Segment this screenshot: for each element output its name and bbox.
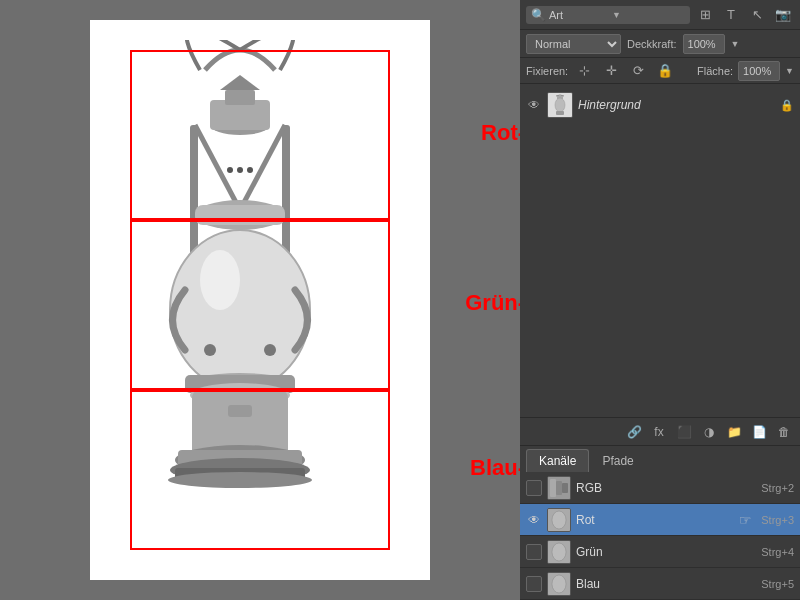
channel-name-gruen: Grün xyxy=(576,545,756,559)
channel-thumb-blau xyxy=(547,572,571,596)
channel-row-rot[interactable]: 👁 Rot ☞ Strg+3 xyxy=(520,504,800,536)
icon-bar: 🔗 fx ⬛ ◑ 📁 📄 🗑 xyxy=(520,418,800,446)
svg-rect-33 xyxy=(556,481,562,495)
adjustment-icon-btn[interactable]: ◑ xyxy=(699,422,719,442)
svg-rect-32 xyxy=(550,479,556,497)
layer-lock-icon: 🔒 xyxy=(780,99,794,112)
chevron-deckkraft: ▼ xyxy=(731,39,740,49)
folder-icon-btn[interactable]: 📁 xyxy=(724,422,744,442)
cursor-icon[interactable]: ↖ xyxy=(746,4,768,26)
channel-row-blau[interactable]: Blau Strg+5 xyxy=(520,568,800,600)
blend-mode-row: Normal Multiplizieren Bildschirm Deckkra… xyxy=(520,30,800,58)
mask-icon-btn[interactable]: ⬛ xyxy=(674,422,694,442)
channel-shortcut-blau: Strg+5 xyxy=(761,578,794,590)
layer-name: Hintergrund xyxy=(578,98,775,112)
search-input[interactable] xyxy=(549,9,609,21)
deckkraft-input[interactable] xyxy=(683,34,725,54)
channels-list: RGB Strg+2 👁 Rot ☞ Strg+3 xyxy=(520,472,800,600)
channel-row-gruen[interactable]: Grün Strg+4 xyxy=(520,536,800,568)
tab-pfade[interactable]: Pfade xyxy=(589,449,646,472)
channel-thumb-rot xyxy=(547,508,571,532)
rot-kanal-label: Rot-Kanal xyxy=(481,120,520,146)
layer-eye-icon[interactable]: 👁 xyxy=(526,97,542,113)
toolbar-top: 🔍 ▼ ⊞ T ↖ 📷 xyxy=(520,0,800,30)
svg-point-40 xyxy=(552,575,566,593)
svg-point-29 xyxy=(555,98,565,112)
fixieren-label: Fixieren: xyxy=(526,65,568,77)
fx-icon-btn[interactable]: fx xyxy=(649,422,669,442)
channel-thumb-gruen xyxy=(547,540,571,564)
new-layer-icon-btn[interactable]: 📄 xyxy=(749,422,769,442)
canvas-background: Rot-Kanal Grün-Kanal Blau-Kanal xyxy=(90,20,430,580)
chevron-down-icon: ▼ xyxy=(612,10,621,20)
layer-thumbnail xyxy=(547,92,573,118)
svg-point-38 xyxy=(552,543,566,561)
channel-check-gruen[interactable] xyxy=(526,544,542,560)
camera-icon[interactable]: 📷 xyxy=(772,4,794,26)
channel-row-rgb[interactable]: RGB Strg+2 xyxy=(520,472,800,504)
canvas-area: Rot-Kanal Grün-Kanal Blau-Kanal xyxy=(0,0,520,600)
search-icon: 🔍 xyxy=(531,8,546,22)
search-box[interactable]: 🔍 ▼ xyxy=(526,6,690,24)
channel-shortcut-rot: Strg+3 xyxy=(761,514,794,526)
channel-thumb-rgb xyxy=(547,476,571,500)
channel-shortcut-rgb: Strg+2 xyxy=(761,482,794,494)
fix-row: Fixieren: ⊹ ✛ ⟳ 🔒 Fläche: ▼ xyxy=(520,58,800,84)
channel-name-rgb: RGB xyxy=(576,481,756,495)
chevron-flache: ▼ xyxy=(785,66,794,76)
text-icon[interactable]: T xyxy=(720,4,742,26)
red-box-mid xyxy=(130,220,390,390)
channel-check-rgb[interactable] xyxy=(526,480,542,496)
flache-label: Fläche: xyxy=(697,65,733,77)
trash-icon-btn[interactable]: 🗑 xyxy=(774,422,794,442)
link-icon-btn[interactable]: 🔗 xyxy=(624,422,644,442)
bottom-section: 🔗 fx ⬛ ◑ 📁 📄 🗑 Kanäle Pfade xyxy=(520,417,800,600)
blend-mode-dropdown[interactable]: Normal Multiplizieren Bildschirm xyxy=(526,34,621,54)
grid-icon[interactable]: ⊞ xyxy=(694,4,716,26)
svg-point-36 xyxy=(552,511,566,529)
channel-name-blau: Blau xyxy=(576,577,756,591)
flache-input[interactable] xyxy=(738,61,780,81)
channel-name-rot: Rot xyxy=(576,513,734,527)
fix-lock-icon[interactable]: 🔒 xyxy=(654,60,676,82)
tab-kanale[interactable]: Kanäle xyxy=(526,449,589,472)
channel-eye-rot[interactable]: 👁 xyxy=(526,512,542,528)
lantern-container: Rot-Kanal Grün-Kanal Blau-Kanal xyxy=(110,40,410,560)
right-panel: 🔍 ▼ ⊞ T ↖ 📷 Normal Multiplizieren Bildsc… xyxy=(520,0,800,600)
cursor-hover-icon: ☞ xyxy=(739,512,752,528)
channel-check-blau[interactable] xyxy=(526,576,542,592)
layers-area: 👁 Hintergrund 🔒 xyxy=(520,84,800,417)
svg-rect-30 xyxy=(556,111,564,115)
red-box-bot xyxy=(130,390,390,550)
fx-label: fx xyxy=(654,425,663,439)
fix-rotate-icon[interactable]: ⟳ xyxy=(627,60,649,82)
blau-kanal-label: Blau-Kanal xyxy=(470,455,520,481)
tabs-row: Kanäle Pfade xyxy=(520,446,800,472)
fix-move-icon[interactable]: ✛ xyxy=(600,60,622,82)
gruen-kanal-label: Grün-Kanal xyxy=(465,290,520,316)
deckkraft-label: Deckkraft: xyxy=(627,38,677,50)
red-box-top xyxy=(130,50,390,220)
fix-pos-icon[interactable]: ⊹ xyxy=(573,60,595,82)
layer-item-hintergrund[interactable]: 👁 Hintergrund 🔒 xyxy=(520,88,800,122)
svg-rect-34 xyxy=(562,483,568,493)
channel-shortcut-gruen: Strg+4 xyxy=(761,546,794,558)
